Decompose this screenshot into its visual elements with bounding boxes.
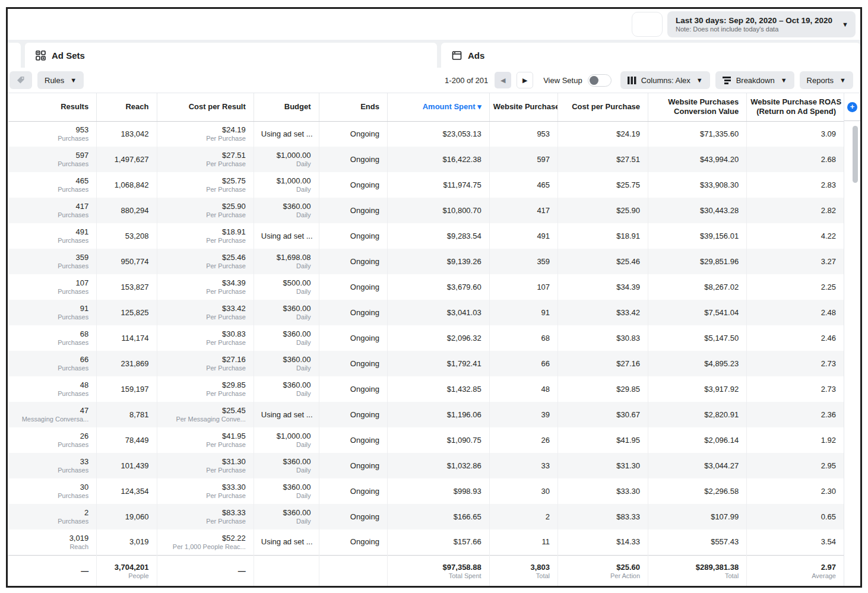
- table-row[interactable]: 91Purchases125,825$33.42Per Purchase$360…: [8, 300, 844, 325]
- tab-ad-sets[interactable]: Ad Sets: [25, 43, 437, 68]
- table-cell: 231,869: [97, 351, 157, 376]
- table-cell: 491: [489, 223, 557, 249]
- table-cell: $18.91Per Purchase: [157, 223, 254, 249]
- table-cell: 953: [489, 121, 557, 147]
- table-cell: 953Purchases: [8, 121, 97, 147]
- tab-ads[interactable]: Ads: [441, 43, 860, 68]
- table-cell: 0.65: [747, 504, 844, 529]
- table-cell: $1,000.00Daily: [254, 427, 319, 453]
- column-header[interactable]: Budget: [254, 93, 319, 121]
- date-range-selector[interactable]: Last 30 days: Sep 20, 2020 – Oct 19, 202…: [667, 11, 856, 37]
- column-header[interactable]: Amount Spent ▾: [387, 93, 489, 121]
- previous-page-button[interactable]: ◀: [495, 72, 511, 88]
- table-row[interactable]: 33Purchases101,439$31.30Per Purchase$360…: [8, 453, 844, 478]
- table-cell: $25.45Per Messaging Conve...: [157, 402, 254, 427]
- table-cell: 1.92: [747, 427, 844, 453]
- column-header[interactable]: Results: [8, 93, 97, 121]
- table-cell: 48Purchases: [8, 376, 97, 402]
- date-range-note: Note: Does not include today's data: [676, 26, 832, 33]
- table-row[interactable]: 3,019Reach3,019$52.22Per 1,000 People Re…: [8, 529, 844, 555]
- table-row[interactable]: 491Purchases53,208$18.91Per PurchaseUsin…: [8, 223, 844, 249]
- tab-bar: Ad Sets Ads: [8, 40, 860, 68]
- table-row[interactable]: 2Purchases19,060$83.33Per Purchase$360.0…: [8, 504, 844, 529]
- table-cell: $25.90: [558, 198, 648, 223]
- table-row[interactable]: 107Purchases153,827$34.39Per Purchase$50…: [8, 274, 844, 300]
- table-cell: 597Purchases: [8, 147, 97, 172]
- table-cell: 491Purchases: [8, 223, 97, 249]
- column-header[interactable]: Website PurchasesConversion Value: [648, 93, 747, 121]
- table-cell: 3,019: [97, 529, 157, 555]
- table-row[interactable]: 48Purchases159,197$29.85Per Purchase$360…: [8, 376, 844, 402]
- table-cell: Ongoing: [319, 453, 387, 478]
- table-cell: $39,156.01: [648, 223, 747, 249]
- table-cell: Ongoing: [319, 198, 387, 223]
- column-header[interactable]: Website Purchases: [489, 93, 557, 121]
- table-cell: Ongoing: [319, 172, 387, 198]
- vertical-scrollbar[interactable]: [853, 126, 858, 183]
- table-cell: 33Purchases: [8, 453, 97, 478]
- table-row[interactable]: 597Purchases1,497,627$27.51Per Purchase$…: [8, 147, 844, 172]
- table-cell: —: [157, 555, 254, 586]
- tab-campaigns-partial[interactable]: [8, 43, 21, 68]
- table-cell: 465: [489, 172, 557, 198]
- chevron-down-icon: ▼: [696, 77, 703, 84]
- table-cell: Ongoing: [319, 147, 387, 172]
- table-cell: $29.85Per Purchase: [157, 376, 254, 402]
- column-header[interactable]: Website Purchase ROAS(Return on Ad Spend…: [747, 93, 844, 121]
- table-row[interactable]: 26Purchases78,449$41.95Per Purchase$1,00…: [8, 427, 844, 453]
- table-row[interactable]: 30Purchases124,354$33.30Per Purchase$360…: [8, 478, 844, 504]
- table-row[interactable]: 68Purchases114,174$30.83Per Purchase$360…: [8, 325, 844, 351]
- toggle-knob: [590, 76, 598, 85]
- pagination-count: 1-200 of 201: [445, 76, 488, 85]
- table-row[interactable]: 417Purchases880,294$25.90Per Purchase$36…: [8, 198, 844, 223]
- table-cell: 1,068,842: [97, 172, 157, 198]
- table-cell: Using ad set ...: [254, 402, 319, 427]
- table-cell: $27.51Per Purchase: [157, 147, 254, 172]
- table-cell: 3,019Reach: [8, 529, 97, 555]
- table-cell: 153,827: [97, 274, 157, 300]
- columns-button[interactable]: Columns: Alex ▼: [620, 71, 710, 89]
- table-cell: $360.00Daily: [254, 198, 319, 223]
- table-cell: Ongoing: [319, 325, 387, 351]
- next-page-button[interactable]: ▶: [517, 72, 533, 88]
- table-cell: Using ad set ...: [254, 223, 319, 249]
- table-cell: 124,354: [97, 478, 157, 504]
- table-row[interactable]: 359Purchases950,774$25.46Per Purchase$1,…: [8, 249, 844, 274]
- table-cell: $360.00Daily: [254, 300, 319, 325]
- table-row[interactable]: 47Messaging Conversa...8,781$25.45Per Me…: [8, 402, 844, 427]
- table-cell: Ongoing: [319, 376, 387, 402]
- column-header[interactable]: Cost per Result: [157, 93, 254, 121]
- table-cell: $107.99: [648, 504, 747, 529]
- table-cell: Ongoing: [319, 249, 387, 274]
- table-cell: 26Purchases: [8, 427, 97, 453]
- column-header[interactable]: Reach: [97, 93, 157, 121]
- table-row[interactable]: 465Purchases1,068,842$25.75Per Purchase$…: [8, 172, 844, 198]
- breakdown-label: Breakdown: [736, 76, 775, 85]
- column-header[interactable]: Ends: [319, 93, 387, 121]
- table-cell: $27.16: [558, 351, 648, 376]
- table-cell: 26: [489, 427, 557, 453]
- table-cell: $360.00Daily: [254, 504, 319, 529]
- column-header[interactable]: Cost per Purchase: [558, 93, 648, 121]
- chevron-down-icon: ▼: [840, 77, 846, 84]
- table-cell: $71,335.60: [648, 121, 747, 147]
- table-cell: 159,197: [97, 376, 157, 402]
- table-cell: [319, 555, 387, 586]
- reports-button[interactable]: Reports ▼: [800, 71, 853, 89]
- view-setup-toggle[interactable]: [588, 74, 612, 87]
- table-row[interactable]: 953Purchases183,042$24.19Per PurchaseUsi…: [8, 121, 844, 147]
- table-row[interactable]: 66Purchases231,869$27.16Per Purchase$360…: [8, 351, 844, 376]
- table-cell: $83.33: [558, 504, 648, 529]
- rules-button[interactable]: Rules ▼: [37, 71, 84, 89]
- table-cell: 101,439: [97, 453, 157, 478]
- table-cell: $1,032.86: [387, 453, 489, 478]
- search-pill-partial[interactable]: [632, 12, 663, 37]
- ads-manager-window: Last 30 days: Sep 20, 2020 – Oct 19, 202…: [6, 7, 862, 588]
- add-column-icon[interactable]: +: [847, 102, 857, 112]
- tags-button[interactable]: [9, 71, 32, 89]
- table-cell: 47Messaging Conversa...: [8, 402, 97, 427]
- columns-label: Columns: Alex: [641, 76, 690, 85]
- table-cell: $34.39Per Purchase: [157, 274, 254, 300]
- breakdown-button[interactable]: Breakdown ▼: [715, 71, 794, 89]
- table-cell: 2: [489, 504, 557, 529]
